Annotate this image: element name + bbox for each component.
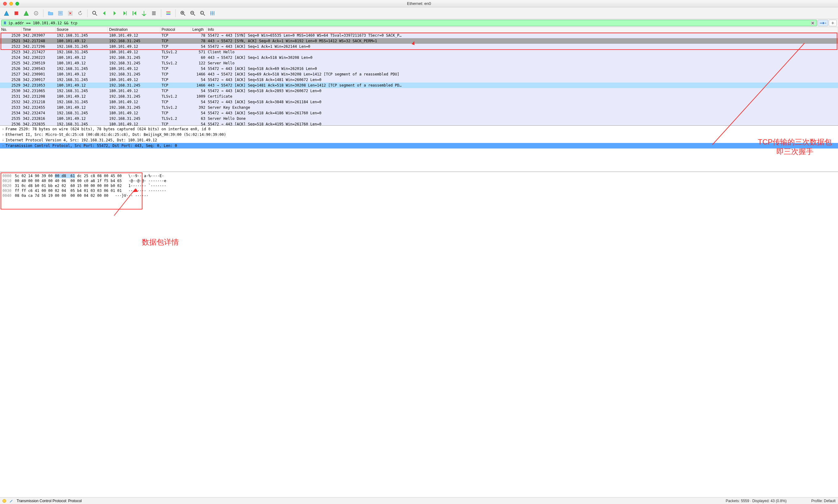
packet-list-body[interactable]: 2520342.203907192.168.31.245180.101.49.1…	[0, 33, 838, 125]
go-back-button[interactable]	[100, 8, 109, 18]
svg-line-11	[95, 14, 97, 15]
packet-row[interactable]: 2523342.217427192.168.31.245180.101.49.1…	[0, 49, 838, 55]
goto-packet-button[interactable]	[120, 8, 129, 18]
packet-details-pane[interactable]: ›Frame 2520: 78 bytes on wire (624 bits)…	[0, 126, 838, 172]
svg-line-28	[204, 14, 205, 15]
svg-line-25	[194, 14, 195, 15]
goto-first-button[interactable]	[129, 8, 139, 18]
packet-row[interactable]: 2526342.230543192.168.31.245180.101.49.1…	[0, 66, 838, 71]
filter-apply-dropdown[interactable]	[818, 20, 828, 26]
packet-row[interactable]: 2533342.232455180.101.49.12192.168.31.24…	[0, 105, 838, 110]
packet-row[interactable]: 2536342.232835192.168.31.245180.101.49.1…	[0, 121, 838, 125]
packet-list-pane: No. Time Source Destination Protocol Len…	[0, 27, 838, 126]
col-src-header[interactable]: Source	[55, 27, 108, 32]
packet-list-header[interactable]: No. Time Source Destination Protocol Len…	[0, 27, 838, 33]
detail-row[interactable]: ›Ethernet II, Src: Micro-St_dc:25:c8 (00…	[0, 132, 838, 138]
packet-row[interactable]: 2534342.232474192.168.31.245180.101.49.1…	[0, 110, 838, 116]
svg-rect-17	[166, 12, 170, 12]
hex-row[interactable]: 00005c 02 14 90 39 00 00 d8 61 dc 25 c8 …	[2, 174, 836, 179]
capture-options-button[interactable]	[32, 8, 41, 18]
zoom-in-button[interactable]	[178, 8, 188, 18]
detail-row[interactable]: ›Frame 2520: 78 bytes on wire (624 bits)…	[0, 126, 838, 132]
svg-text:1: 1	[201, 12, 203, 14]
go-forward-button[interactable]	[110, 8, 119, 18]
packet-row[interactable]: 2531342.231208180.101.49.12192.168.31.24…	[0, 94, 838, 99]
minimize-window-button[interactable]	[9, 2, 13, 5]
close-file-button[interactable]	[66, 8, 75, 18]
restart-capture-button[interactable]	[22, 8, 31, 18]
svg-rect-19	[166, 14, 170, 15]
svg-rect-3	[58, 11, 62, 15]
reload-button[interactable]	[75, 8, 85, 18]
packet-row[interactable]: 2524342.230223180.101.49.12192.168.31.24…	[0, 55, 838, 60]
zoom-reset-button[interactable]: 1	[198, 8, 207, 18]
packet-row[interactable]: 2532342.231218192.168.31.245180.101.49.1…	[0, 99, 838, 105]
hex-row[interactable]: 004008 0a ca 7d 56 19 00 00 00 00 04 02 …	[2, 194, 836, 198]
start-capture-button[interactable]	[2, 8, 11, 18]
add-filter-button[interactable]: +	[829, 20, 837, 26]
display-filter-input[interactable]	[7, 20, 810, 26]
packet-row[interactable]: 2525342.230519180.101.49.12192.168.31.24…	[0, 60, 838, 66]
col-proto-header[interactable]: Protocol	[160, 27, 191, 32]
edit-icon[interactable]	[9, 499, 14, 503]
svg-line-21	[184, 14, 185, 15]
resize-columns-button[interactable]	[208, 8, 217, 18]
col-time-header[interactable]: Time	[22, 27, 55, 32]
packet-row[interactable]: 2528342.230917192.168.31.245180.101.49.1…	[0, 77, 838, 83]
app-window: Ethernet: en0 1 +	[0, 0, 838, 504]
expert-info-led[interactable]	[2, 499, 6, 503]
auto-scroll-button[interactable]	[149, 8, 158, 18]
bookmark-icon[interactable]	[3, 21, 7, 25]
stop-capture-button[interactable]	[12, 8, 21, 18]
status-left-text: Transmission Control Protocol: Protocol	[17, 499, 82, 503]
packet-bytes-pane[interactable]: 00005c 02 14 90 39 00 00 d8 61 dc 25 c8 …	[0, 172, 838, 497]
find-packet-button[interactable]	[90, 8, 99, 18]
svg-rect-18	[166, 13, 170, 14]
col-dst-header[interactable]: Destination	[108, 27, 160, 32]
svg-point-2	[35, 13, 36, 14]
hex-row[interactable]: 002031 0c d8 b0 01 bb e2 02 60 15 00 00 …	[2, 184, 836, 188]
window-title: Ethernet: en0	[0, 1, 838, 6]
col-info-header[interactable]: Info	[207, 27, 838, 32]
filter-bar: +	[0, 19, 838, 27]
window-controls	[3, 2, 19, 5]
svg-rect-0	[15, 12, 18, 15]
save-file-button[interactable]	[56, 8, 65, 18]
packet-row[interactable]: 2522342.217296192.168.31.245180.101.49.1…	[0, 44, 838, 49]
detail-row[interactable]: ›Internet Protocol Version 4, Src: 192.1…	[0, 138, 838, 143]
packet-row[interactable]: 2520342.203907192.168.31.245180.101.49.1…	[0, 33, 838, 38]
titlebar: Ethernet: en0	[0, 0, 838, 7]
colorize-button[interactable]	[164, 8, 173, 18]
status-profile-text: Profile: Default	[811, 499, 836, 503]
zoom-out-button[interactable]	[188, 8, 197, 18]
packet-row[interactable]: 2527342.230901180.101.49.12192.168.31.24…	[0, 71, 838, 77]
filter-input-wrap	[1, 20, 817, 26]
detail-row[interactable]: ›Transmission Control Protocol, Src Port…	[0, 143, 838, 148]
packet-row[interactable]: 2529342.231053180.101.49.12192.168.31.24…	[0, 83, 838, 88]
hex-row[interactable]: 0030ff ff c6 41 00 00 02 04 05 b4 01 03 …	[2, 188, 836, 194]
close-window-button[interactable]	[3, 2, 7, 5]
goto-last-button[interactable]	[139, 8, 149, 18]
svg-point-10	[92, 11, 95, 14]
clear-filter-button[interactable]	[810, 20, 816, 26]
maximize-window-button[interactable]	[15, 2, 19, 5]
packet-row[interactable]: 2530342.231065192.168.31.245180.101.49.1…	[0, 88, 838, 94]
packet-row[interactable]: 2535342.232816180.101.49.12192.168.31.24…	[0, 116, 838, 121]
open-file-button[interactable]	[46, 8, 55, 18]
status-packets-text: Packets: 5559 · Displayed: 43 (0.8%)	[726, 499, 786, 503]
packet-row[interactable]: 2521342.217248180.101.49.12192.168.31.24…	[0, 38, 838, 44]
col-len-header[interactable]: Length	[191, 27, 207, 32]
toolbar: 1	[0, 7, 838, 19]
hex-row[interactable]: 001000 40 00 00 40 00 40 06 00 00 c0 a8 …	[2, 179, 836, 184]
col-no-header[interactable]: No.	[0, 27, 22, 32]
status-bar: Transmission Control Protocol: Protocol …	[0, 497, 838, 504]
